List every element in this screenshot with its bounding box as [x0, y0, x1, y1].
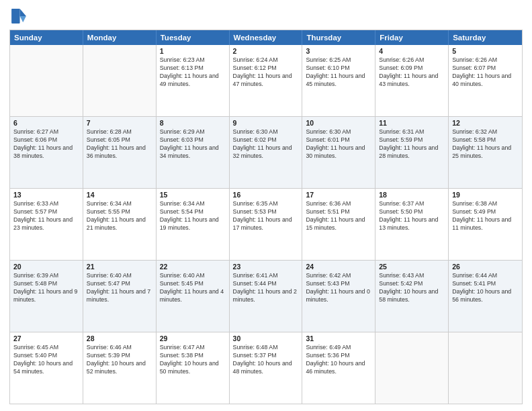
day-number: 6	[13, 119, 79, 127]
sunset-text: Sunset: 6:09 PM	[379, 64, 445, 73]
sunrise-text: Sunrise: 6:29 AM	[160, 128, 226, 136]
calendar-cell: 26Sunrise: 6:44 AMSunset: 5:41 PMDayligh…	[449, 261, 522, 332]
calendar-cell: 21Sunrise: 6:40 AMSunset: 5:47 PMDayligh…	[83, 261, 157, 332]
sunset-text: Sunset: 5:42 PM	[379, 280, 445, 288]
day-number: 22	[160, 263, 226, 271]
sunrise-text: Sunrise: 6:47 AM	[160, 344, 226, 352]
calendar-cell: 3Sunrise: 6:25 AMSunset: 6:10 PMDaylight…	[302, 45, 375, 116]
daylight-text: Daylight: 11 hours and 40 minutes.	[452, 73, 519, 89]
calendar-cell	[449, 332, 522, 404]
weekday-header: Wednesday	[230, 30, 303, 45]
day-number: 4	[379, 47, 445, 55]
daylight-text: Daylight: 10 hours and 46 minutes.	[306, 360, 371, 376]
sunrise-text: Sunrise: 6:41 AM	[233, 272, 299, 280]
daylight-text: Daylight: 10 hours and 56 minutes.	[452, 288, 519, 304]
daylight-text: Daylight: 10 hours and 54 minutes.	[13, 360, 79, 376]
calendar-cell: 6Sunrise: 6:27 AMSunset: 6:06 PMDaylight…	[10, 117, 83, 188]
day-number: 27	[13, 334, 79, 342]
sunset-text: Sunset: 6:10 PM	[306, 64, 371, 73]
day-number: 26	[452, 263, 519, 271]
daylight-text: Daylight: 11 hours and 23 minutes.	[13, 216, 79, 232]
day-number: 14	[87, 191, 152, 199]
daylight-text: Daylight: 10 hours and 58 minutes.	[379, 288, 445, 304]
calendar-cell: 31Sunrise: 6:49 AMSunset: 5:36 PMDayligh…	[302, 332, 375, 404]
calendar-cell: 18Sunrise: 6:37 AMSunset: 5:50 PMDayligh…	[375, 189, 449, 260]
daylight-text: Daylight: 11 hours and 43 minutes.	[379, 73, 445, 89]
day-number: 16	[233, 191, 299, 199]
day-number: 25	[379, 263, 445, 271]
sunrise-text: Sunrise: 6:44 AM	[452, 272, 519, 280]
daylight-text: Daylight: 10 hours and 48 minutes.	[233, 360, 299, 376]
sunset-text: Sunset: 6:02 PM	[233, 136, 299, 144]
daylight-text: Daylight: 11 hours and 15 minutes.	[306, 216, 371, 232]
sunset-text: Sunset: 5:47 PM	[87, 280, 152, 288]
day-number: 31	[306, 334, 371, 342]
daylight-text: Daylight: 11 hours and 49 minutes.	[160, 73, 226, 89]
calendar-cell	[83, 45, 157, 116]
sunrise-text: Sunrise: 6:23 AM	[160, 56, 226, 64]
day-number: 8	[160, 119, 226, 127]
page: SundayMondayTuesdayWednesdayThursdayFrid…	[0, 0, 532, 411]
calendar-cell: 7Sunrise: 6:28 AMSunset: 6:05 PMDaylight…	[83, 117, 157, 188]
weekday-header: Sunday	[10, 30, 83, 45]
sunrise-text: Sunrise: 6:48 AM	[233, 344, 299, 352]
calendar-cell: 23Sunrise: 6:41 AMSunset: 5:44 PMDayligh…	[230, 261, 303, 332]
sunrise-text: Sunrise: 6:49 AM	[306, 344, 371, 352]
sunrise-text: Sunrise: 6:37 AM	[379, 200, 445, 208]
calendar-cell: 29Sunrise: 6:47 AMSunset: 5:38 PMDayligh…	[157, 332, 230, 404]
calendar-cell: 2Sunrise: 6:24 AMSunset: 6:12 PMDaylight…	[230, 45, 303, 116]
sunset-text: Sunset: 5:37 PM	[233, 352, 299, 360]
day-number: 29	[160, 334, 226, 342]
day-number: 18	[379, 191, 445, 199]
daylight-text: Daylight: 11 hours and 13 minutes.	[379, 216, 445, 232]
calendar-cell: 9Sunrise: 6:30 AMSunset: 6:02 PMDaylight…	[230, 117, 303, 188]
sunrise-text: Sunrise: 6:30 AM	[233, 128, 299, 136]
sunset-text: Sunset: 5:48 PM	[13, 280, 79, 288]
calendar-cell: 4Sunrise: 6:26 AMSunset: 6:09 PMDaylight…	[375, 45, 449, 116]
calendar-cell: 1Sunrise: 6:23 AMSunset: 6:13 PMDaylight…	[157, 45, 230, 116]
calendar-cell: 30Sunrise: 6:48 AMSunset: 5:37 PMDayligh…	[230, 332, 303, 404]
daylight-text: Daylight: 11 hours and 36 minutes.	[87, 144, 152, 161]
calendar-cell: 5Sunrise: 6:26 AMSunset: 6:07 PMDaylight…	[449, 45, 522, 116]
sunset-text: Sunset: 6:05 PM	[87, 136, 152, 144]
sunrise-text: Sunrise: 6:30 AM	[306, 128, 371, 136]
sunrise-text: Sunrise: 6:39 AM	[13, 272, 79, 280]
calendar-cell: 14Sunrise: 6:34 AMSunset: 5:55 PMDayligh…	[83, 189, 157, 260]
daylight-text: Daylight: 11 hours and 47 minutes.	[233, 73, 299, 89]
day-number: 15	[160, 191, 226, 199]
calendar-cell: 24Sunrise: 6:42 AMSunset: 5:43 PMDayligh…	[302, 261, 375, 332]
weekday-header: Monday	[83, 30, 157, 45]
daylight-text: Daylight: 11 hours and 45 minutes.	[306, 73, 371, 89]
sunset-text: Sunset: 5:45 PM	[160, 280, 226, 288]
calendar-row: 20Sunrise: 6:39 AMSunset: 5:48 PMDayligh…	[10, 260, 522, 332]
sunrise-text: Sunrise: 6:26 AM	[452, 56, 519, 64]
sunset-text: Sunset: 5:51 PM	[306, 208, 371, 216]
calendar: SundayMondayTuesdayWednesdayThursdayFrid…	[9, 30, 523, 404]
calendar-body: 1Sunrise: 6:23 AMSunset: 6:13 PMDaylight…	[10, 45, 522, 404]
logo	[9, 7, 31, 26]
sunset-text: Sunset: 5:58 PM	[452, 136, 519, 144]
calendar-cell: 20Sunrise: 6:39 AMSunset: 5:48 PMDayligh…	[10, 261, 83, 332]
sunset-text: Sunset: 5:40 PM	[13, 352, 79, 360]
sunset-text: Sunset: 6:12 PM	[233, 64, 299, 73]
day-number: 13	[13, 191, 79, 199]
sunset-text: Sunset: 6:13 PM	[160, 64, 226, 73]
day-number: 23	[233, 263, 299, 271]
day-number: 28	[87, 334, 152, 342]
sunrise-text: Sunrise: 6:40 AM	[87, 272, 152, 280]
sunset-text: Sunset: 6:01 PM	[306, 136, 371, 144]
svg-marker-1	[20, 16, 26, 22]
calendar-cell: 10Sunrise: 6:30 AMSunset: 6:01 PMDayligh…	[302, 117, 375, 188]
daylight-text: Daylight: 11 hours and 32 minutes.	[233, 144, 299, 161]
logo-icon	[9, 7, 28, 26]
day-number: 7	[87, 119, 152, 127]
sunset-text: Sunset: 5:53 PM	[233, 208, 299, 216]
sunrise-text: Sunrise: 6:42 AM	[306, 272, 371, 280]
calendar-cell: 25Sunrise: 6:43 AMSunset: 5:42 PMDayligh…	[375, 261, 449, 332]
calendar-cell: 16Sunrise: 6:35 AMSunset: 5:53 PMDayligh…	[230, 189, 303, 260]
sunrise-text: Sunrise: 6:32 AM	[452, 128, 519, 136]
sunset-text: Sunset: 5:57 PM	[13, 208, 79, 216]
weekday-header: Tuesday	[157, 30, 230, 45]
daylight-text: Daylight: 10 hours and 50 minutes.	[160, 360, 226, 376]
day-number: 17	[306, 191, 371, 199]
